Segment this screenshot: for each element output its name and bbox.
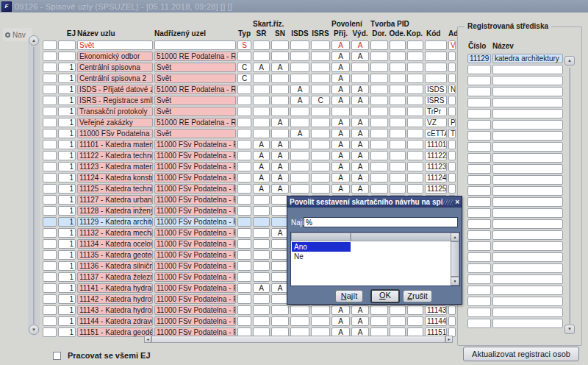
cell-sr[interactable]	[253, 195, 270, 205]
stredisko-cell-cislo[interactable]	[467, 286, 491, 295]
stredisko-cell-nazev[interactable]	[492, 164, 563, 174]
cell-typ[interactable]	[237, 96, 251, 105]
stredisko-cell-cislo[interactable]	[467, 109, 491, 118]
cell-dor[interactable]	[370, 85, 388, 94]
stredisko-cell-nazev[interactable]	[492, 219, 563, 229]
cell-vyd[interactable]: A	[351, 162, 369, 171]
cell-ej[interactable]: 1	[58, 239, 76, 249]
cell-nadrizeny[interactable]: 11000 FSv Podatelna - Faku	[154, 283, 236, 293]
ok-button[interactable]: OK	[370, 289, 400, 303]
cell-ej[interactable]: 1	[58, 96, 76, 105]
cell-sn[interactable]: A	[271, 63, 289, 72]
cell-adr[interactable]	[448, 107, 456, 116]
cell-isds[interactable]	[290, 63, 309, 72]
cell-typ[interactable]	[237, 316, 251, 326]
stredisko-cell-nazev[interactable]	[492, 241, 563, 251]
cell-kod[interactable]	[425, 40, 447, 50]
cell-prij[interactable]: A	[331, 184, 350, 194]
cell-dor[interactable]	[370, 74, 388, 83]
cell-sn[interactable]	[271, 96, 289, 105]
cell-ode[interactable]	[390, 151, 406, 160]
stredisko-cell-nazev[interactable]	[492, 186, 563, 196]
cell-ej[interactable]	[58, 52, 76, 61]
stredisko-cell-nazev[interactable]	[492, 308, 563, 317]
cell-nadrizeny[interactable]: 11000 FSv Podatelna - Faku	[154, 239, 236, 249]
cell-nazev[interactable]: 11144 - Katedra zdravotníh	[77, 316, 153, 326]
cell-typ[interactable]	[237, 195, 251, 205]
cell-sr[interactable]: A	[253, 184, 270, 194]
stredisko-cell-nazev[interactable]	[492, 131, 563, 141]
stredisko-cell-cislo[interactable]	[467, 175, 491, 185]
cell-nazev[interactable]: Svět	[77, 40, 153, 50]
stredisko-cell-cislo[interactable]	[467, 252, 491, 262]
cell-sel[interactable]	[43, 52, 57, 61]
cell-nadrizeny[interactable]: 11000 FSv Podatelna - Faku	[154, 140, 236, 149]
cell-ej[interactable]: 1	[58, 283, 76, 293]
cell-nazev[interactable]: Transakční protokoly	[77, 107, 153, 116]
dialog-scrollbar-thumb[interactable]	[451, 241, 459, 277]
cell-prij[interactable]: A	[331, 85, 350, 94]
cell-nazev[interactable]: 11132 - Katedra mechaniky	[77, 228, 153, 238]
cell-nazev[interactable]: 11125 - Katedra technickýc	[77, 184, 153, 194]
cell-kod[interactable]: TrPr	[425, 107, 447, 116]
dialog-scroll-down-icon[interactable]: ▼	[451, 277, 459, 286]
cell-ej[interactable]: 1	[58, 162, 76, 171]
cell-isds[interactable]	[290, 74, 309, 83]
cell-nadrizeny[interactable]: 11000 FSv Podatelna - Faku	[154, 184, 236, 194]
cell-nazev[interactable]: 11101 - Katedra matematik	[77, 140, 153, 149]
cell-kod[interactable]: ISRS	[425, 96, 447, 105]
cell-vyd[interactable]	[351, 63, 369, 72]
cell-ode[interactable]	[390, 74, 406, 83]
cell-kod[interactable]: 11144	[425, 316, 447, 326]
cell-nazev[interactable]: 11142 - Katedra hydrotechn	[77, 294, 153, 304]
cell-nazev[interactable]: Ekonomický odbor	[77, 52, 153, 61]
pracovat-se-vsemi-ej-checkbox[interactable]	[53, 352, 61, 360]
cell-sel[interactable]	[43, 107, 57, 116]
stredisko-cell-cislo[interactable]	[467, 131, 491, 141]
cell-kod[interactable]	[425, 52, 447, 61]
cell-kop[interactable]	[407, 96, 423, 105]
cell-prij[interactable]	[331, 107, 350, 116]
cell-sn[interactable]: A	[271, 173, 289, 182]
horizontal-scrollbar[interactable]: ◄ ►	[144, 336, 453, 343]
stredisko-cell-cislo[interactable]	[467, 76, 491, 85]
cell-sr[interactable]	[253, 40, 270, 50]
cell-isrs[interactable]	[311, 74, 330, 83]
cell-kop[interactable]	[407, 184, 423, 194]
cell-sel[interactable]	[43, 206, 57, 216]
cell-ode[interactable]	[390, 52, 406, 61]
cell-isrs[interactable]	[311, 162, 330, 171]
cell-sel[interactable]	[43, 140, 57, 149]
cell-typ[interactable]	[237, 305, 251, 315]
cell-kop[interactable]	[407, 305, 423, 315]
cell-sel[interactable]	[43, 74, 57, 83]
panel-scroll-up-icon[interactable]: ▲	[564, 56, 575, 65]
cell-kod[interactable]: VZ	[425, 118, 447, 127]
cell-sn[interactable]	[271, 40, 289, 50]
cell-prij[interactable]: A	[331, 305, 350, 315]
cell-ode[interactable]	[390, 316, 406, 326]
cell-ej[interactable]: 1	[58, 107, 76, 116]
cell-ode[interactable]	[390, 118, 406, 127]
cell-dor[interactable]	[370, 151, 388, 160]
dialog-option[interactable]: Ne	[292, 252, 351, 261]
cell-sn[interactable]: A	[271, 162, 289, 171]
cell-typ[interactable]	[237, 261, 251, 271]
cell-sel[interactable]	[43, 316, 57, 326]
stredisko-cell-nazev[interactable]	[492, 120, 563, 130]
cell-sr[interactable]	[253, 74, 270, 83]
cell-prij[interactable]: A	[331, 96, 350, 105]
cell-sr[interactable]	[253, 118, 270, 127]
stredisko-cell-nazev[interactable]	[492, 65, 563, 74]
cell-isds[interactable]	[290, 316, 309, 326]
stredisko-cell-cislo[interactable]	[467, 186, 491, 196]
cell-nazev[interactable]: 11135 - Katedra geotechnik	[77, 250, 153, 260]
cell-sel[interactable]	[43, 173, 57, 182]
cell-nadrizeny[interactable]: 11000 FSv Podatelna - Faku	[154, 316, 236, 326]
cell-prij[interactable]: A	[331, 316, 350, 326]
cell-isrs[interactable]	[311, 40, 330, 50]
cell-nadrizeny[interactable]	[154, 40, 236, 50]
cell-sr[interactable]	[253, 261, 270, 271]
cell-vyd[interactable]: A	[351, 140, 369, 149]
cell-sr[interactable]	[253, 250, 270, 260]
